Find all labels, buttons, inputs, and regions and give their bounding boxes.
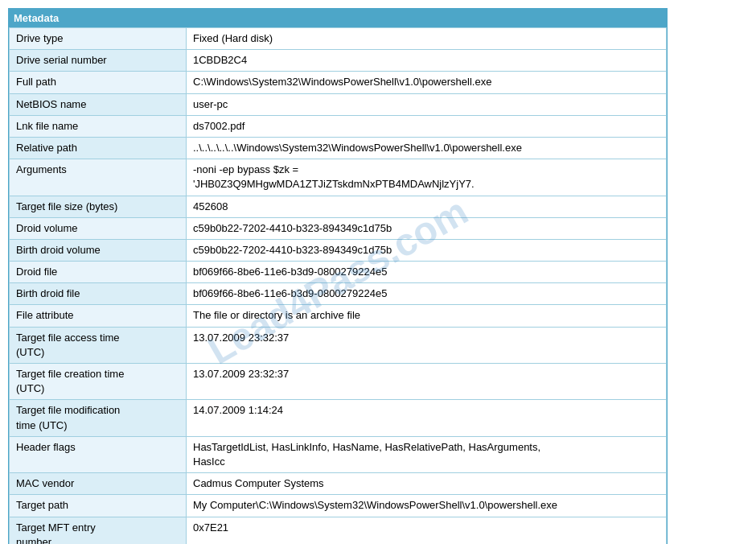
row-label: Droid file [10, 262, 187, 283]
row-value: bf069f66-8be6-11e6-b3d9-0800279224e5 [187, 283, 667, 305]
row-value: c59b0b22-7202-4410-b323-894349c1d75b [187, 217, 667, 239]
row-value: 14.07.2009 1:14:24 [187, 400, 667, 436]
row-label: Target file size (bytes) [10, 196, 187, 217]
row-label: Relative path [10, 137, 187, 159]
row-value: Cadmus Computer Systems [187, 473, 667, 495]
row-value: C:\Windows\System32\WindowsPowerShell\v1… [187, 72, 667, 93]
row-label: Birth droid volume [10, 239, 187, 261]
table-row: Target file size (bytes)452608 [10, 196, 667, 217]
table-row: Relative path..\..\..\..\..\Windows\Syst… [10, 137, 667, 159]
table-row: MAC vendorCadmus Computer Systems [10, 473, 667, 495]
row-label: Target file modification time (UTC) [10, 400, 187, 436]
row-label: Droid volume [10, 217, 187, 239]
metadata-container: Lead4Pass.com Metadata Drive typeFixed (… [8, 8, 668, 544]
table-row: Birth droid volumec59b0b22-7202-4410-b32… [10, 239, 667, 261]
table-row: Birth droid filebf069f66-8be6-11e6-b3d9-… [10, 283, 667, 305]
row-label: Target path [10, 495, 187, 517]
table-row: Target pathMy Computer\C:\Windows\System… [10, 495, 667, 517]
table-row: Header flagsHasTargetIdList, HasLinkInfo… [10, 436, 667, 472]
row-value: The file or directory is an archive file [187, 305, 667, 327]
row-label: Drive type [10, 28, 187, 50]
row-value: user-pc [187, 93, 667, 115]
row-value: bf069f66-8be6-11e6-b3d9-0800279224e5 [187, 262, 667, 283]
row-label: NetBIOS name [10, 93, 187, 115]
row-value: 1CBDB2C4 [187, 50, 667, 72]
row-value: ds7002.pdf [187, 115, 667, 137]
row-value: c59b0b22-7202-4410-b323-894349c1d75b [187, 239, 667, 261]
metadata-table-container: Metadata Drive typeFixed (Hard disk)Driv… [8, 8, 668, 544]
row-label: MAC vendor [10, 473, 187, 495]
row-label: Target file creation time (UTC) [10, 364, 187, 400]
row-label: Lnk file name [10, 115, 187, 137]
row-label: Header flags [10, 436, 187, 472]
row-value: 13.07.2009 23:32:37 [187, 327, 667, 363]
row-value: Fixed (Hard disk) [187, 28, 667, 50]
table-row: Drive serial number1CBDB2C4 [10, 50, 667, 72]
table-row: Arguments-noni -ep bypass $zk = 'JHB0Z3Q… [10, 159, 667, 196]
metadata-table: Drive typeFixed (Hard disk)Drive serial … [9, 27, 667, 544]
row-value: 452608 [187, 196, 667, 217]
row-label: Drive serial number [10, 50, 187, 72]
table-header: Metadata [9, 9, 667, 27]
table-row: File attributeThe file or directory is a… [10, 305, 667, 327]
table-row: Target file modification time (UTC)14.07… [10, 400, 667, 436]
row-value: ..\..\..\..\..\Windows\System32\WindowsP… [187, 137, 667, 159]
row-label: Arguments [10, 159, 187, 196]
row-label: Target MFT entry number [10, 517, 187, 544]
row-value: HasTargetIdList, HasLinkInfo, HasName, H… [187, 436, 667, 472]
table-row: NetBIOS nameuser-pc [10, 93, 667, 115]
row-label: File attribute [10, 305, 187, 327]
table-row: Drive typeFixed (Hard disk) [10, 28, 667, 50]
table-row: Full pathC:\Windows\System32\WindowsPowe… [10, 72, 667, 93]
table-row: Lnk file nameds7002.pdf [10, 115, 667, 137]
row-label: Birth droid file [10, 283, 187, 305]
row-value: 13.07.2009 23:32:37 [187, 364, 667, 400]
row-value: 0x7E21 [187, 517, 667, 544]
table-row: Target file creation time (UTC)13.07.200… [10, 364, 667, 400]
table-row: Droid filebf069f66-8be6-11e6-b3d9-080027… [10, 262, 667, 283]
table-row: Target file access time (UTC)13.07.2009 … [10, 327, 667, 363]
table-row: Droid volumec59b0b22-7202-4410-b323-8943… [10, 217, 667, 239]
row-label: Full path [10, 72, 187, 93]
table-row: Target MFT entry number0x7E21 [10, 517, 667, 544]
row-label: Target file access time (UTC) [10, 327, 187, 363]
row-value: My Computer\C:\Windows\System32\WindowsP… [187, 495, 667, 517]
row-value: -noni -ep bypass $zk = 'JHB0Z3Q9MHgwMDA1… [187, 159, 667, 196]
